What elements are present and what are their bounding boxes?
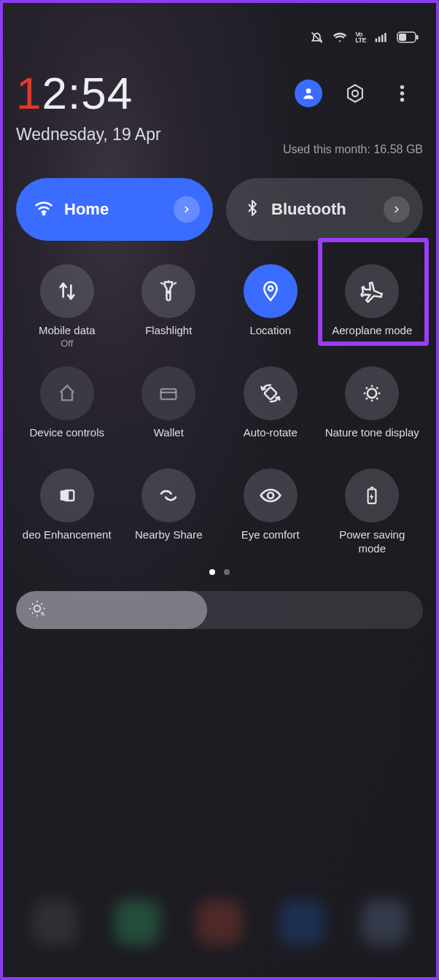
signal-icon xyxy=(373,30,389,45)
tile-label: deo Enhancement xyxy=(23,528,112,556)
settings-button[interactable] xyxy=(341,80,369,107)
svg-point-12 xyxy=(400,97,403,101)
dock-blurred xyxy=(0,900,439,945)
tile-label: Auto-rotate xyxy=(244,426,298,454)
svg-point-11 xyxy=(400,91,403,95)
svg-point-13 xyxy=(43,213,44,215)
tile-power-saving[interactable]: Power saving mode xyxy=(322,466,424,565)
svg-rect-6 xyxy=(416,35,419,39)
tile-label: Nature tone display xyxy=(325,426,419,454)
wifi-icon xyxy=(332,30,348,45)
bluetooth-expand[interactable] xyxy=(384,196,410,223)
tile-video-enhance[interactable]: deo Enhancement xyxy=(16,466,118,565)
tile-label: Location xyxy=(249,324,291,352)
tile-device-controls[interactable]: Device controls xyxy=(16,363,118,463)
svg-text:A: A xyxy=(41,611,45,617)
svg-rect-16 xyxy=(161,389,176,399)
tile-wallet[interactable]: Wallet xyxy=(118,363,220,463)
svg-marker-8 xyxy=(348,85,362,101)
wallet-icon[interactable] xyxy=(141,366,195,420)
page-indicator[interactable] xyxy=(16,569,423,575)
tile-nearby-share[interactable]: Nearby Share xyxy=(118,466,220,565)
battery-icon xyxy=(397,31,419,43)
svg-point-10 xyxy=(400,85,403,88)
tile-flashlight[interactable]: Flashlight xyxy=(118,261,220,360)
status-bar: VoLTE xyxy=(16,15,423,47)
brightness-slider[interactable]: A xyxy=(16,591,423,629)
tile-label: Eye comfort xyxy=(241,528,300,556)
tile-eye-comfort[interactable]: Eye comfort xyxy=(219,466,322,565)
tile-auto-rotate[interactable]: Auto-rotate xyxy=(219,363,322,463)
svg-rect-5 xyxy=(399,34,406,41)
tile-mobile-data[interactable]: Mobile dataOff xyxy=(16,261,118,360)
eye-comfort-icon[interactable] xyxy=(244,468,298,522)
bluetooth-icon xyxy=(244,198,261,221)
auto-brightness-icon: A xyxy=(28,599,47,621)
tile-label: Aeroplane mode xyxy=(332,324,412,352)
mute-icon xyxy=(309,30,325,45)
svg-rect-2 xyxy=(381,35,384,42)
auto-rotate-icon[interactable] xyxy=(244,366,298,420)
nature-tone-icon[interactable] xyxy=(345,366,399,420)
tile-aeroplane-mode[interactable]: Aeroplane mode xyxy=(322,261,424,360)
svg-point-21 xyxy=(268,493,273,498)
video-enhance-icon[interactable] xyxy=(40,468,94,522)
tile-sublabel: Off xyxy=(39,338,96,350)
page-dot[interactable] xyxy=(224,569,230,575)
svg-point-15 xyxy=(268,286,273,290)
tile-label: Mobile dataOff xyxy=(39,324,96,352)
quick-settings-grid: Mobile dataOffFlashlightLocationAeroplan… xyxy=(16,261,423,565)
data-usage[interactable]: Used this month: 16.58 GB xyxy=(283,143,423,155)
bluetooth-label: Bluetooth xyxy=(271,200,373,219)
wifi-tile[interactable]: Home xyxy=(16,178,213,241)
tile-label: Device controls xyxy=(29,426,104,454)
device-controls-icon[interactable] xyxy=(40,366,94,420)
wifi-icon xyxy=(34,198,54,221)
profile-button[interactable] xyxy=(295,80,322,107)
tile-nature-tone[interactable]: Nature tone display xyxy=(322,363,424,463)
svg-point-18 xyxy=(368,389,377,398)
wifi-label: Home xyxy=(64,200,163,219)
tile-label: Power saving mode xyxy=(325,528,419,556)
tile-label: Nearby Share xyxy=(135,528,203,556)
location-icon[interactable] xyxy=(244,264,298,318)
svg-point-23 xyxy=(34,606,41,612)
page-dot[interactable] xyxy=(209,569,215,575)
tile-location[interactable]: Location xyxy=(219,261,322,360)
aeroplane-mode-icon[interactable] xyxy=(345,264,399,318)
svg-point-7 xyxy=(306,88,311,93)
svg-point-9 xyxy=(352,90,358,96)
bluetooth-tile[interactable]: Bluetooth xyxy=(226,178,423,241)
clock: 12:54 xyxy=(16,67,133,119)
nearby-share-icon[interactable] xyxy=(141,468,195,522)
mobile-data-icon[interactable] xyxy=(40,264,94,318)
date: Wednesday, 19 Apr xyxy=(16,125,161,144)
volte-icon: VoLTE xyxy=(355,31,366,43)
more-button[interactable] xyxy=(388,80,416,107)
tile-label: Flashlight xyxy=(145,324,192,352)
svg-rect-1 xyxy=(378,36,381,42)
tile-label: Wallet xyxy=(154,426,184,454)
svg-point-14 xyxy=(168,291,170,293)
wifi-expand[interactable] xyxy=(174,196,200,223)
svg-rect-17 xyxy=(264,387,277,400)
svg-rect-3 xyxy=(384,33,386,42)
power-saving-icon[interactable] xyxy=(345,468,399,522)
svg-rect-0 xyxy=(376,39,378,42)
flashlight-icon[interactable] xyxy=(141,264,195,318)
